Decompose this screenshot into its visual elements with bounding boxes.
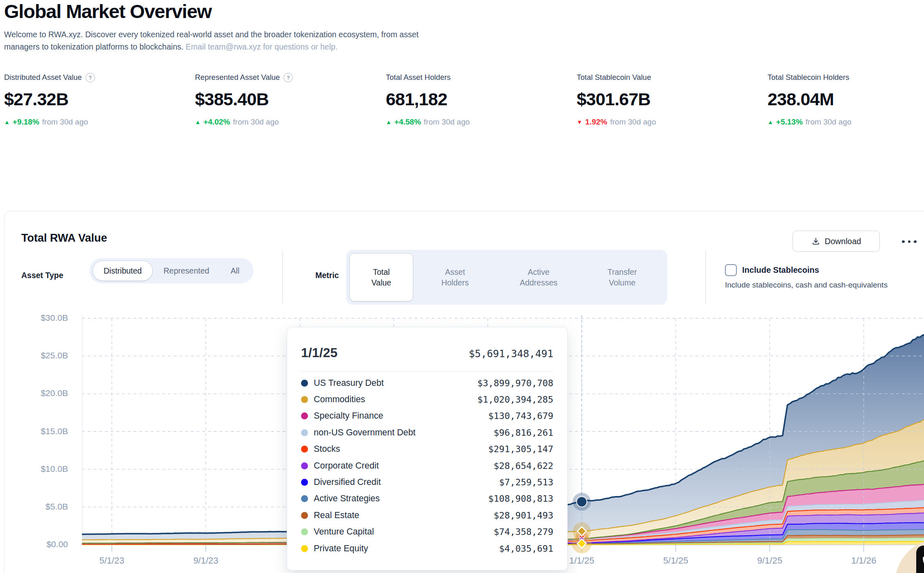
tooltip-row: Private Equity$4,035,691 bbox=[301, 540, 553, 557]
tooltip-divider bbox=[301, 371, 553, 371]
stat-delta-period: from 30d ago bbox=[806, 118, 852, 127]
tooltip-series-name: Private Equity bbox=[314, 544, 499, 554]
download-icon bbox=[811, 237, 820, 246]
stat-label-text: Total Stablecoin Value bbox=[577, 73, 651, 82]
stat-total-stablecoin-value: Total Stablecoin Value$301.67B▼1.92%from… bbox=[577, 72, 768, 127]
tooltip-series-name: Stocks bbox=[314, 444, 488, 454]
stat-value: $301.67B bbox=[577, 89, 768, 109]
tooltip-series-value: $28,901,493 bbox=[494, 510, 553, 521]
stat-label-text: Total Stablecoin Holders bbox=[768, 73, 849, 82]
tooltip-date: 1/1/25 bbox=[301, 345, 337, 360]
tooltip-row: Specialty Finance$130,743,679 bbox=[301, 408, 553, 424]
series-color-dot bbox=[301, 512, 308, 519]
asset-type-option-all[interactable]: All bbox=[220, 260, 250, 281]
chart-tooltip: 1/1/25 $5,691,348,491 US Treasury Debt$3… bbox=[287, 327, 568, 571]
hover-marker-us-treasury-debt bbox=[577, 497, 587, 507]
series-color-dot bbox=[301, 429, 308, 436]
ellipsis-icon bbox=[908, 240, 911, 243]
metric-tab-asset-holders[interactable]: Asset Holders bbox=[413, 253, 497, 301]
include-stablecoins-checkbox[interactable] bbox=[725, 264, 737, 276]
include-stablecoins-label: Include Stablecoins bbox=[742, 265, 819, 275]
stat-delta: ▲+4.58%from 30d ago bbox=[386, 118, 577, 127]
y-axis-label: $10.0B bbox=[19, 464, 68, 474]
question-mark-icon[interactable]: ? bbox=[86, 73, 95, 82]
metric-tab-label: Total Value bbox=[371, 267, 391, 288]
stat-delta-percent: +5.13% bbox=[776, 118, 803, 127]
divider bbox=[282, 251, 283, 303]
tooltip-series-value: $74,358,279 bbox=[494, 527, 553, 537]
contact-link[interactable]: Email team@rwa.xyz for questions or help… bbox=[186, 42, 337, 51]
stat-value: 238.04M bbox=[768, 89, 924, 109]
stat-label: Represented Asset Value? bbox=[195, 72, 386, 83]
download-button[interactable]: Download bbox=[793, 231, 880, 252]
tooltip-rows: US Treasury Debt$3,899,970,708Commoditie… bbox=[301, 375, 553, 557]
series-color-dot bbox=[301, 396, 308, 403]
stat-delta: ▲+9.18%from 30d ago bbox=[4, 118, 195, 127]
y-axis-label: $0.00 bbox=[19, 539, 68, 549]
stat-label: Distributed Asset Value? bbox=[4, 72, 195, 83]
metric-tab-active-addresses[interactable]: Active Addresses bbox=[497, 253, 580, 301]
stat-delta-period: from 30d ago bbox=[42, 118, 88, 127]
x-axis-label: 9/1/25 bbox=[743, 555, 796, 566]
metric-tab-label: Active Addresses bbox=[520, 267, 557, 288]
tooltip-row: Diversified Credit$7,259,513 bbox=[301, 474, 553, 490]
series-color-dot bbox=[301, 479, 308, 486]
y-axis-label: $25.0B bbox=[19, 351, 68, 360]
stat-value: $27.32B bbox=[4, 89, 195, 109]
tooltip-series-name: Commodities bbox=[314, 394, 478, 405]
metric-tab-transfer-volume[interactable]: Transfer Volume bbox=[580, 253, 664, 301]
arrow-up-icon: ▲ bbox=[4, 119, 10, 125]
tooltip-row: Venture Capital$74,358,279 bbox=[301, 524, 553, 540]
page-subtitle: Welcome to RWA.xyz. Discover every token… bbox=[4, 29, 422, 53]
tooltip-series-value: $291,305,147 bbox=[488, 444, 553, 454]
y-axis-label: $15.0B bbox=[19, 426, 68, 436]
chat-widget-button[interactable] bbox=[916, 546, 924, 573]
series-color-dot bbox=[301, 528, 308, 535]
divider bbox=[705, 251, 706, 303]
stat-delta: ▲+4.02%from 30d ago bbox=[195, 118, 386, 127]
asset-type-toggle: DistributedRepresentedAll bbox=[89, 258, 254, 283]
tooltip-series-value: $7,259,513 bbox=[499, 477, 553, 487]
ellipsis-icon bbox=[914, 240, 917, 243]
tooltip-series-value: $96,816,261 bbox=[494, 428, 553, 438]
x-axis-label: 5/1/25 bbox=[649, 555, 702, 566]
question-mark-icon[interactable]: ? bbox=[283, 73, 293, 82]
tooltip-series-name: Diversified Credit bbox=[314, 477, 499, 487]
tooltip-row: Real Estate$28,901,493 bbox=[301, 507, 553, 523]
download-button-label: Download bbox=[825, 237, 861, 246]
series-color-dot bbox=[301, 446, 308, 453]
stat-label: Total Stablecoin Value bbox=[577, 72, 768, 83]
tooltip-series-value: $108,908,813 bbox=[488, 494, 553, 504]
tooltip-row: US Treasury Debt$3,899,970,708 bbox=[301, 375, 553, 391]
ellipsis-icon bbox=[902, 240, 905, 243]
tooltip-series-value: $3,899,970,708 bbox=[478, 378, 553, 388]
stats-row: Distributed Asset Value?$27.32B▲+9.18%fr… bbox=[4, 72, 924, 127]
stat-represented-asset-value: Represented Asset Value?$385.40B▲+4.02%f… bbox=[195, 72, 386, 127]
tooltip-series-name: non-US Government Debt bbox=[314, 428, 494, 438]
tooltip-header: 1/1/25 $5,691,348,491 bbox=[301, 345, 553, 360]
stat-delta-percent: +4.02% bbox=[204, 118, 230, 127]
tooltip-series-value: $28,654,622 bbox=[494, 461, 553, 471]
tooltip-row: Corporate Credit$28,654,622 bbox=[301, 457, 553, 474]
metric-label: Metric bbox=[315, 271, 339, 280]
series-color-dot bbox=[301, 495, 308, 502]
series-color-dot bbox=[301, 545, 308, 552]
tooltip-series-name: Corporate Credit bbox=[314, 461, 494, 471]
page: { "header": { "title": "Global Market Ov… bbox=[0, 0, 924, 573]
stat-delta-percent: 1.92% bbox=[585, 118, 607, 127]
stat-delta-percent: +9.18% bbox=[13, 118, 39, 127]
stat-total-asset-holders: Total Asset Holders681,182▲+4.58%from 30… bbox=[386, 72, 577, 127]
metric-tab-total-value[interactable]: Total Value bbox=[349, 253, 413, 301]
tooltip-series-name: Active Strategies bbox=[314, 494, 488, 504]
more-options-button[interactable] bbox=[899, 236, 919, 247]
asset-type-option-distributed[interactable]: Distributed bbox=[93, 260, 153, 281]
x-axis-label: 5/1/23 bbox=[85, 555, 138, 566]
stat-delta-percent: +4.58% bbox=[394, 118, 421, 127]
tooltip-total-value: $5,691,348,491 bbox=[469, 348, 553, 360]
stat-delta-period: from 30d ago bbox=[424, 118, 470, 127]
stat-delta: ▼1.92%from 30d ago bbox=[577, 118, 768, 127]
tooltip-row: non-US Government Debt$96,816,261 bbox=[301, 424, 553, 441]
asset-type-option-represented[interactable]: Represented bbox=[153, 260, 220, 281]
tooltip-series-name: Real Estate bbox=[314, 510, 494, 521]
series-color-dot bbox=[301, 462, 308, 469]
